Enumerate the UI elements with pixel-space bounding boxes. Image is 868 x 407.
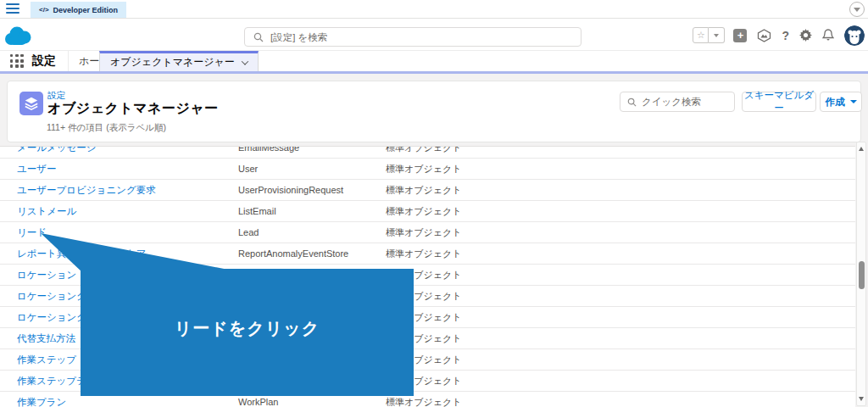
object-type: 標準オブジェクト	[386, 146, 462, 159]
table-scrollbar[interactable]	[856, 142, 866, 406]
chevron-down-icon	[854, 8, 860, 12]
object-type: 標準オブジェクト	[386, 201, 462, 222]
scrollbar-thumb[interactable]	[859, 261, 865, 289]
guidance-center-button[interactable]	[757, 29, 771, 42]
setup-gear-button[interactable]	[799, 29, 812, 42]
scroll-down-arrow-icon[interactable]	[859, 397, 864, 401]
global-header: ☆ + ?	[0, 20, 868, 51]
object-type: 標準オブジェクト	[386, 222, 462, 243]
search-icon	[253, 32, 264, 42]
star-icon: ☆	[697, 30, 705, 41]
favorites-dropdown-button[interactable]	[709, 27, 725, 43]
dev-edition-label: Developer Edition	[53, 6, 119, 14]
object-label-link[interactable]: ユーザー	[17, 159, 57, 180]
table-row: メールメッセージEmailMessage標準オブジェクト	[0, 146, 855, 159]
tab-object-manager[interactable]: オブジェクトマネージャー	[99, 51, 259, 71]
create-button[interactable]: 作成	[820, 92, 862, 112]
app-name-label: 設定	[32, 53, 56, 69]
object-type: 標準オブジェクト	[386, 180, 462, 201]
object-label-link[interactable]: 作業プラン	[17, 392, 66, 407]
callout-box: リードをクリック	[81, 269, 414, 396]
object-label-link[interactable]: リストメール	[17, 201, 76, 222]
table-row: リストメールListEmail標準オブジェクト	[0, 201, 855, 222]
callout-text: リードをクリック	[175, 317, 320, 340]
object-label-link[interactable]: 作業ステップ	[17, 349, 76, 371]
help-button[interactable]: ?	[782, 29, 789, 42]
object-api-name: Lead	[238, 222, 259, 243]
quick-find-input[interactable]	[642, 97, 726, 107]
quick-find-box[interactable]	[620, 92, 735, 112]
question-icon: ?	[782, 29, 789, 42]
search-icon	[627, 98, 637, 107]
object-type: 標準オブジェクト	[386, 159, 462, 180]
object-api-name: EmailMessage	[238, 146, 299, 159]
object-label-link[interactable]: メールメッセージ	[17, 146, 97, 159]
trailhead-icon	[757, 29, 771, 42]
object-manager-icon	[19, 92, 43, 115]
app-launcher-icon[interactable]	[10, 54, 24, 68]
plus-icon: +	[737, 29, 744, 42]
page-header-card: 設定 オブジェクトマネージャー 111+ 件の項目 (表示ラベル順) スキーマビ…	[7, 81, 861, 142]
global-actions-button[interactable]: +	[733, 29, 747, 42]
object-label-link[interactable]: ロケーション	[17, 265, 76, 286]
page-title: オブジェクトマネージャー	[47, 100, 219, 118]
dev-edition-tab[interactable]: </> Developer Edition	[31, 2, 126, 18]
chevron-down-icon	[242, 58, 248, 64]
collapse-circle-button[interactable]	[849, 2, 865, 17]
object-api-name: ReportAnomalyEventStore	[238, 243, 348, 265]
table-row: ユーザープロビジョニング要求UserProvisioningRequest標準オ…	[0, 180, 855, 201]
global-search-box[interactable]	[244, 27, 581, 47]
salesforce-logo	[3, 26, 32, 47]
object-api-name: UserProvisioningRequest	[238, 180, 343, 201]
schema-builder-button[interactable]: スキーマビルダー	[742, 92, 816, 112]
top-strip: </> Developer Edition	[0, 0, 868, 19]
object-label-link[interactable]: ユーザープロビジョニング要求	[17, 180, 156, 201]
tab-object-manager-label: オブジェクトマネージャー	[110, 55, 235, 70]
notifications-button[interactable]	[822, 29, 834, 42]
favorites-star-button[interactable]: ☆	[693, 27, 709, 43]
hamburger-menu-icon[interactable]	[6, 3, 19, 14]
chevron-down-icon	[850, 100, 857, 103]
object-label-link[interactable]: リード	[17, 222, 47, 243]
global-search-input[interactable]	[270, 32, 550, 42]
scroll-up-arrow-icon[interactable]	[859, 147, 864, 151]
item-count-label: 111+ 件の項目 (表示ラベル順)	[47, 122, 166, 134]
table-row: レポート異常イベントストアReportAnomalyEventStore標準オブ…	[0, 243, 855, 265]
create-button-label: 作成	[826, 96, 845, 109]
chevron-down-icon	[714, 34, 719, 37]
object-type: 標準オブジェクト	[386, 243, 462, 265]
object-api-name: ListEmail	[238, 201, 276, 222]
astro-avatar-icon	[844, 25, 865, 46]
object-label-link[interactable]: レポート異常イベントストア	[17, 243, 146, 265]
object-label-link[interactable]: 代替支払方法	[17, 328, 75, 349]
user-avatar[interactable]	[844, 25, 865, 46]
gear-icon	[799, 29, 812, 42]
setup-nav-bar: 設定 ホーム オブジェクトマネージャー	[0, 51, 868, 71]
salesforce-setup-screen: </> Developer Edition ☆ + ?	[0, 0, 868, 407]
code-icon: </>	[39, 6, 49, 14]
bell-icon	[822, 29, 834, 42]
object-api-name: User	[238, 159, 258, 180]
table-row: リードLead標準オブジェクト	[0, 222, 855, 243]
table-row: ユーザーUser標準オブジェクト	[0, 159, 855, 180]
